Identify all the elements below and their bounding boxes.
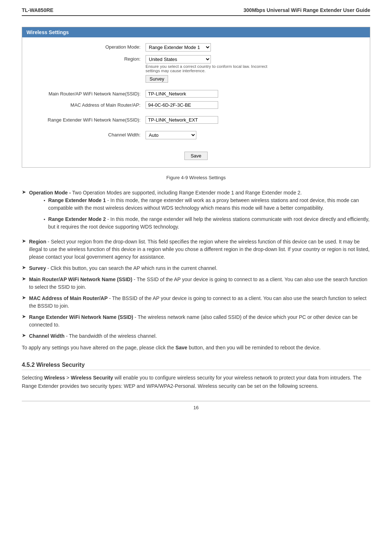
arrow-icon-extender-ssid: ➤ [22, 313, 26, 319]
survey-text: Survey - Click this button, you can sear… [29, 264, 370, 272]
mac-bold: MAC Address of Main Router/AP [29, 295, 108, 301]
bullet-mode1-content: Range Extender Mode 1 - In this mode, th… [48, 197, 370, 212]
save-note-end: button, and then you will be reminded to… [189, 345, 320, 350]
region-label: Region: [29, 55, 146, 62]
operation-mode-row: Operation Mode: Range Extender Mode 1 Ra… [29, 43, 363, 52]
operation-mode-select[interactable]: Range Extender Mode 1 Range Extender Mod… [146, 43, 211, 52]
wireless-settings-body: Operation Mode: Range Extender Mode 1 Ra… [22, 37, 370, 167]
extender-ssid-control [146, 116, 363, 124]
operation-mode-bold: Operation Mode - [29, 190, 71, 196]
list-item-region: ➤ Region - Select your region from the d… [22, 238, 370, 261]
mac-address-row: MAC Address of Main Router/AP: [29, 101, 363, 109]
section-intro: Selecting Wireless > Wireless Security w… [22, 374, 370, 390]
wireless-security-link: Wireless Security [71, 375, 113, 381]
bullet-icon-1: ● [44, 198, 45, 203]
page-title: 300Mbps Universal WiFi Range Extender Us… [244, 7, 370, 13]
arrow-icon-main-ssid: ➤ [22, 276, 26, 282]
main-ssid-text: Main Router/AP WiFi Network Name (SSID) … [29, 276, 370, 291]
channel-width-bold: Channel Width [29, 333, 65, 339]
operation-mode-bullets: ● Range Extender Mode 1 - In this mode, … [44, 197, 370, 231]
intro-arrow: > [66, 375, 71, 381]
list-item-mac: ➤ MAC Address of Main Router/AP - The BS… [22, 295, 370, 310]
list-item-main-ssid: ➤ Main Router/AP WiFi Network Name (SSID… [22, 276, 370, 291]
mac-address-control [146, 101, 363, 109]
region-bold: Region [29, 239, 46, 245]
arrow-icon-survey: ➤ [22, 264, 26, 270]
channel-width-desc: - The bandwidth of the wireless channel. [66, 333, 157, 339]
mac-text: MAC Address of Main Router/AP - The BSSI… [29, 295, 370, 310]
extender-ssid-bold: Range Extender WiFi Network Name (SSID) [29, 314, 133, 320]
region-desc: - Select your region from the drop-down … [29, 239, 369, 260]
body-content: ➤ Operation Mode - Two Operation Modes a… [22, 189, 370, 340]
page-footer: 16 [22, 401, 370, 410]
channel-width-label: Channel Width: [29, 131, 146, 138]
bullet-mode1: ● Range Extender Mode 1 - In this mode, … [44, 197, 370, 212]
intro-start: Selecting [22, 375, 43, 381]
mac-address-label: MAC Address of Main Router/AP: [29, 101, 146, 108]
arrow-icon-mac: ➤ [22, 295, 26, 300]
channel-width-row: Channel Width: Auto [29, 131, 363, 139]
extender-ssid-input[interactable] [146, 116, 218, 124]
region-select[interactable]: United States [146, 55, 211, 63]
main-ssid-control [146, 90, 363, 98]
save-note: To apply any settings you have altered o… [22, 344, 370, 352]
save-note-start: To apply any settings you have altered o… [22, 345, 174, 350]
bullet-icon-2: ● [44, 217, 45, 222]
mode1-bold: Range Extender Mode 1 [48, 197, 106, 203]
figure-caption: Figure 4-9 Wireless Settings [22, 175, 370, 180]
mode2-bold: Range Extender Mode 2 [48, 216, 106, 222]
operation-mode-desc: Two Operation Modes are supported, inclu… [72, 190, 302, 196]
region-row: Region: United States Ensure you select … [29, 55, 363, 83]
operation-mode-text: Operation Mode - Two Operation Modes are… [29, 189, 370, 234]
list-item-survey: ➤ Survey - Click this button, you can se… [22, 264, 370, 272]
region-note: Ensure you select a correct country to c… [146, 64, 269, 73]
operation-mode-label: Operation Mode: [29, 43, 146, 50]
channel-width-select[interactable]: Auto [146, 131, 196, 139]
section-title: Wireless Security [36, 362, 85, 368]
wireless-link: Wireless [44, 375, 65, 381]
wireless-settings-header: Wireless Settings [22, 27, 370, 37]
page-header: TL-WA850RE 300Mbps Universal WiFi Range … [22, 7, 370, 16]
list-item-operation-mode: ➤ Operation Mode - Two Operation Modes a… [22, 189, 370, 234]
main-ssid-bold: Main Router/AP WiFi Network Name (SSID) [29, 276, 132, 282]
arrow-icon-region: ➤ [22, 238, 26, 244]
extender-ssid-label: Range Extender WiFi Network Name(SSID): [29, 116, 146, 123]
wireless-settings-box: Wireless Settings Operation Mode: Range … [22, 27, 370, 168]
survey-bold: Survey [29, 265, 46, 271]
arrow-icon: ➤ [22, 189, 26, 195]
section-heading-452: 4.5.2 Wireless Security [22, 362, 370, 370]
page-number: 16 [193, 405, 199, 410]
region-control: United States Ensure you select a correc… [146, 55, 363, 83]
arrow-icon-channel-width: ➤ [22, 332, 26, 338]
list-item-extender-ssid: ➤ Range Extender WiFi Network Name (SSID… [22, 313, 370, 329]
survey-button[interactable]: Survey [146, 75, 168, 83]
save-note-bold: Save [175, 345, 187, 350]
main-ssid-input[interactable] [146, 90, 218, 98]
main-ssid-row: Main Router/AP WiFi Network Name(SSID): [29, 90, 363, 98]
model-name: TL-WA850RE [22, 7, 53, 13]
save-button[interactable]: Save [184, 152, 208, 160]
survey-desc: - Click this button, you can search the … [48, 265, 217, 271]
mac-address-input[interactable] [146, 101, 218, 109]
main-ssid-label: Main Router/AP WiFi Network Name(SSID): [29, 90, 146, 97]
save-row: Save [29, 152, 363, 160]
list-item-channel-width: ➤ Channel Width - The bandwidth of the w… [22, 332, 370, 340]
extender-ssid-text: Range Extender WiFi Network Name (SSID) … [29, 313, 370, 329]
bullet-mode2: ● Range Extender Mode 2 - In this mode, … [44, 216, 370, 231]
extender-ssid-row: Range Extender WiFi Network Name(SSID): [29, 116, 363, 124]
channel-width-control: Auto [146, 131, 363, 139]
operation-mode-control: Range Extender Mode 1 Range Extender Mod… [146, 43, 363, 52]
bullet-mode2-content: Range Extender Mode 2 - In this mode, th… [48, 216, 370, 231]
section-number: 4.5.2 [22, 362, 36, 368]
channel-width-text: Channel Width - The bandwidth of the wir… [29, 332, 370, 340]
region-text: Region - Select your region from the dro… [29, 238, 370, 261]
